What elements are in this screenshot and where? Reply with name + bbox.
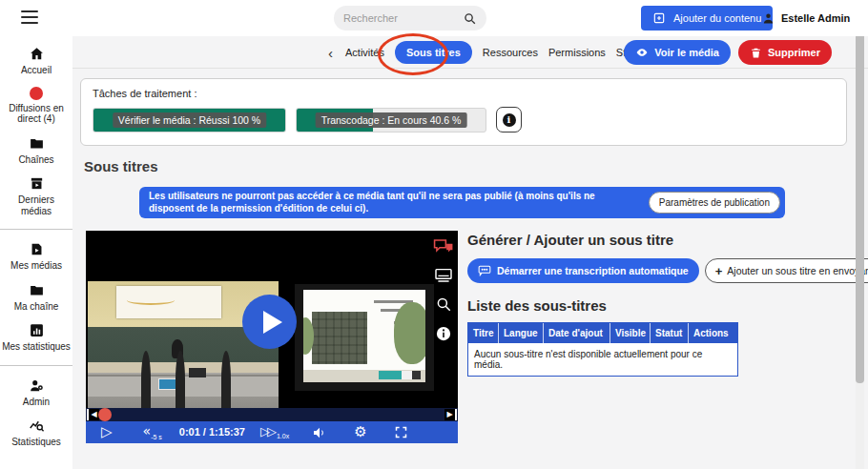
processing-tasks-panel: Tâches de traitement : Vérifier le média… [80, 78, 847, 146]
zoom-icon[interactable] [435, 296, 452, 313]
sidebar-item-statistiques[interactable]: Statistiques [0, 418, 72, 448]
sidebar: Accueil Diffusions en direct (4) Chaînes… [0, 36, 72, 469]
progress-transcoding: Transcodage : En cours 40.6 % [296, 108, 486, 133]
back-chevron-icon[interactable]: ‹ [328, 45, 333, 61]
search-box[interactable] [334, 6, 486, 31]
player-control-bar: ▷ «-5 s 0:01 / 1:15:37 ▷▷1.0x ⚙ [86, 421, 458, 443]
sidebar-item-chaines[interactable]: Chaînes [0, 135, 72, 166]
sidebar-item-derniers-medias[interactable]: Derniers médias [0, 175, 72, 216]
video-player[interactable]: ◀ ▶ ▷ «-5 s 0:01 / 1:15:37 ▷▷1.0x ⚙ [86, 231, 458, 443]
sidebar-item-label: Admin [23, 397, 50, 408]
column-header: Titre [468, 323, 499, 343]
column-header: Statut [651, 323, 689, 343]
empty-table-message: Aucun sous-titre n'est disponible actuel… [468, 343, 737, 376]
recent-media-icon [29, 175, 45, 192]
volume-icon[interactable] [312, 426, 327, 439]
folder-icon [29, 135, 45, 152]
decoration [141, 351, 151, 408]
publication-notice: Les utilisateurs ne pourront pas accéder… [139, 187, 785, 218]
fast-forward-icon: ▷▷ [260, 424, 274, 438]
plus-icon: + [715, 264, 723, 278]
player-timeline[interactable]: ◀ ▶ [86, 408, 458, 421]
page-title: Sous titres [84, 158, 868, 174]
tasks-info-button[interactable]: i [496, 107, 522, 133]
search-input[interactable] [343, 12, 463, 24]
sidebar-item-label: Mes médias [10, 260, 62, 272]
view-media-button[interactable]: Voir le média [624, 40, 731, 65]
sidebar-item-admin[interactable]: Admin [0, 377, 72, 408]
play-icon [263, 311, 282, 334]
publication-settings-button[interactable]: Paramètres de publication [649, 192, 780, 214]
upload-subtitle-label: Ajouter un sous titre en envoyant un fic… [727, 265, 868, 276]
sidebar-item-mes-medias[interactable]: Mes médias [0, 241, 72, 272]
play-button[interactable]: ▷ [101, 425, 113, 439]
sidebar-item-diffusions-en-direct[interactable]: Diffusions en direct (4) [0, 87, 72, 125]
decoration [116, 286, 221, 317]
media-tab-bar: ‹ Activités Sous titres Ressources Permi… [72, 36, 868, 69]
playhead-handle[interactable] [98, 408, 112, 421]
annotations-icon[interactable] [433, 238, 454, 255]
user-name: Estelle Admin [781, 12, 850, 24]
info-icon[interactable] [435, 325, 452, 342]
sidebar-item-label: Mes statistiques [2, 341, 71, 353]
bar-chart-icon [29, 322, 45, 338]
settings-gear-icon[interactable]: ⚙ [354, 425, 366, 439]
video-thumbnail-camera [88, 281, 279, 408]
subtitle-list-title: Liste des sous-titres [467, 297, 849, 314]
tab-ressources[interactable]: Ressources [483, 47, 538, 58]
video-display-area[interactable] [86, 231, 458, 408]
speed-label: 1.0x [277, 433, 289, 439]
subtitles-table: Titre Langue Date d'ajout Visible Statut… [467, 322, 738, 377]
user-icon [761, 11, 775, 26]
sidebar-divider [0, 365, 72, 366]
user-menu[interactable]: Estelle Admin [761, 6, 850, 31]
progress-label: Transcodage : En cours 40.6 % [316, 112, 467, 128]
speed-button[interactable]: ▷▷1.0x [260, 425, 289, 440]
main-content: ‹ Activités Sous titres Ressources Permi… [72, 36, 868, 469]
tab-activites[interactable]: Activités [345, 47, 384, 58]
search-icon[interactable] [463, 11, 477, 26]
trash-icon [750, 47, 762, 59]
sidebar-item-label: Ma chaîne [14, 301, 59, 313]
decoration [394, 302, 425, 363]
decoration [189, 368, 206, 377]
time-display: 0:01 / 1:15:37 [179, 427, 245, 438]
tab-sous-titres[interactable]: Sous titres [395, 41, 472, 64]
display-mode-icon[interactable] [434, 268, 453, 283]
add-content-icon [652, 11, 666, 25]
start-transcription-button[interactable]: Démarrer une transcription automatique [467, 258, 699, 283]
hamburger-menu-icon[interactable] [21, 10, 38, 24]
tab-permissions[interactable]: Permissions [548, 47, 606, 58]
decoration [221, 351, 231, 408]
sidebar-item-label: Derniers médias [2, 194, 71, 216]
scrollbar-thumb[interactable] [856, 2, 864, 383]
sidebar-item-ma-chaine[interactable]: Ma chaîne [0, 282, 72, 313]
top-bar: Ajouter du contenu Estelle Admin [0, 0, 868, 36]
generate-subtitle-title: Générer / Ajouter un sous titre [467, 232, 849, 248]
rewind-button[interactable]: «-5 s [143, 424, 162, 440]
sidebar-divider [0, 229, 72, 230]
decoration [176, 351, 185, 408]
add-content-button[interactable]: Ajouter du contenu [641, 6, 773, 31]
skip-end-icon[interactable]: ▶ [444, 409, 457, 420]
upload-subtitle-button[interactable]: + Ajouter un sous titre en envoyant un f… [705, 258, 868, 283]
column-header: Langue [499, 323, 544, 343]
sidebar-item-label: Diffusions en direct (4) [2, 103, 71, 125]
notice-text: Les utilisateurs ne pourront pas accéder… [149, 191, 641, 214]
user-gear-icon [29, 377, 45, 394]
column-header: Visible [610, 323, 651, 343]
column-header: Actions [689, 323, 737, 343]
sidebar-item-accueil[interactable]: Accueil [0, 46, 72, 76]
delete-button[interactable]: Supprimer [738, 40, 832, 65]
play-overlay-button[interactable] [242, 295, 297, 349]
subtitles-table-header: Titre Langue Date d'ajout Visible Statut… [468, 323, 737, 343]
subtitles-panel: Générer / Ajouter un sous titre Démarrer… [467, 231, 849, 443]
progress-label: Vérifier le média : Réussi 100 % [113, 112, 266, 128]
decoration [379, 371, 421, 379]
eye-icon [635, 46, 649, 59]
fullscreen-icon[interactable] [394, 425, 408, 439]
sidebar-item-label: Statistiques [11, 437, 61, 448]
vertical-scrollbar[interactable] [856, 0, 864, 469]
sidebar-item-mes-statistiques[interactable]: Mes statistiques [0, 322, 72, 353]
decoration [312, 312, 367, 364]
